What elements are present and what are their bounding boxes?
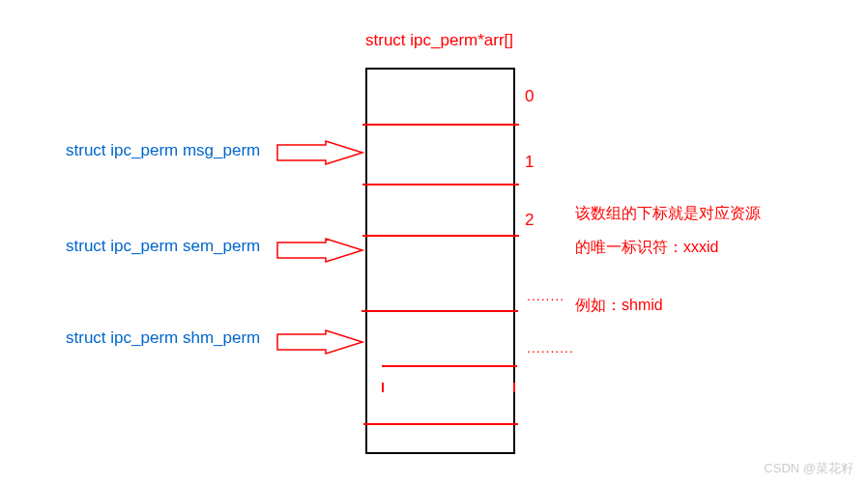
dots-1: ........ <box>527 288 564 303</box>
desc-line1: 该数组的下标就是对应资源 <box>575 198 761 229</box>
index-0: 0 <box>525 87 534 106</box>
divider-0 <box>362 124 519 126</box>
diagram-title: struct ipc_perm*arr[] <box>365 31 513 50</box>
label-sem-perm: struct ipc_perm sem_perm <box>66 237 260 256</box>
divider-2 <box>362 235 519 237</box>
divider-4 <box>382 365 517 367</box>
watermark: CSDN @菜花籽 <box>764 460 854 477</box>
array-container <box>365 68 515 454</box>
desc-line2: 的唯一标识符：xxxid <box>575 232 718 263</box>
arrow-sem <box>275 237 367 266</box>
divider-3 <box>362 310 518 312</box>
divider-5 <box>363 423 518 425</box>
arrow-shm <box>275 328 367 357</box>
divider-1 <box>362 184 519 185</box>
index-1: 1 <box>525 153 534 172</box>
index-2: 2 <box>525 211 534 230</box>
desc-line3: 例如：shmid <box>575 290 663 321</box>
tick-left <box>382 383 384 392</box>
label-msg-perm: struct ipc_perm msg_perm <box>66 141 260 160</box>
tick-right <box>513 383 515 392</box>
arrow-msg <box>275 139 367 168</box>
dots-2: .......... <box>527 340 574 356</box>
label-shm-perm: struct ipc_perm shm_perm <box>66 328 260 348</box>
